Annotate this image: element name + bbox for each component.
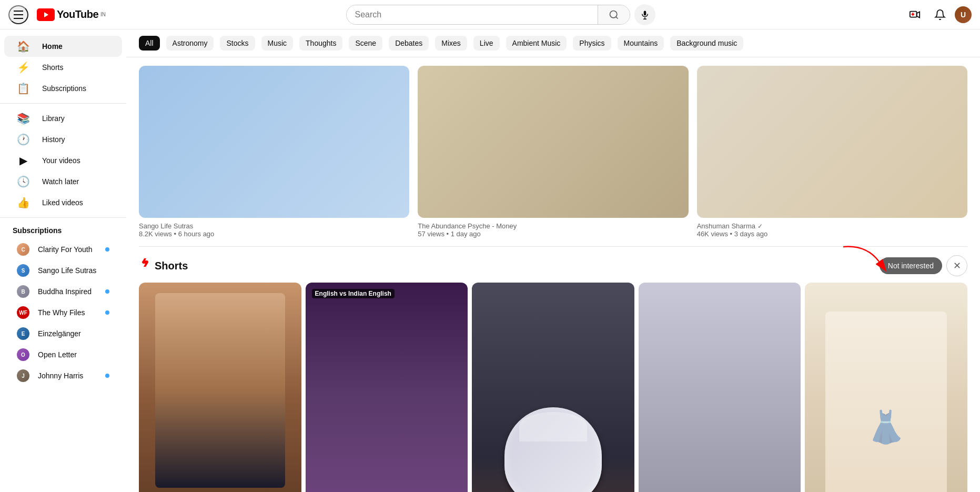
- category-pill-astronomy[interactable]: Astronomy: [166, 36, 214, 51]
- sidebar-item-buddha-inspired[interactable]: B Buddha Inspired: [4, 281, 122, 302]
- section-title: Shorts: [139, 258, 188, 273]
- sidebar-item-einzelganger[interactable]: E Einzelgänger: [4, 323, 122, 344]
- einzelganger-label: Einzelgänger: [38, 329, 81, 338]
- subscriptions-title: Subscriptions: [0, 222, 126, 239]
- short-thumb-4: The coworker who doesn't respect boundar…: [639, 283, 801, 492]
- category-bar: All Astronomy Stocks Music Thoughts Scen…: [126, 29, 980, 57]
- category-pill-mixes[interactable]: Mixes: [435, 36, 467, 51]
- buddha-inspired-avatar: B: [17, 285, 29, 298]
- library-icon: 📚: [17, 112, 29, 125]
- red-arrow: [841, 239, 883, 271]
- hamburger-button[interactable]: [8, 5, 28, 24]
- category-pill-all[interactable]: All: [139, 36, 160, 51]
- liked-videos-icon: 👍: [17, 196, 29, 209]
- open-letter-avatar: O: [17, 348, 29, 361]
- category-pill-live[interactable]: Live: [473, 36, 500, 51]
- sidebar-label-shorts: Shorts: [42, 63, 63, 72]
- johnny-harris-label: Johnny Harris: [38, 371, 83, 380]
- shorts-icon: ⚡: [17, 61, 29, 74]
- short-card-4[interactable]: The coworker who doesn't respect boundar…: [639, 283, 801, 492]
- short-thumb-1: BY: [139, 283, 301, 492]
- youtube-logo-icon: [37, 8, 55, 21]
- shorts-section-icon: [139, 258, 150, 273]
- main-content: All Astronomy Stocks Music Thoughts Scen…: [126, 29, 980, 492]
- prev-card-2: The Abundance Psyche - Money 57 views • …: [418, 66, 688, 238]
- sidebar-item-clarity-for-youth[interactable]: C Clarity For Youth: [4, 239, 122, 260]
- sidebar-item-watch-later[interactable]: 🕓 Watch later: [4, 171, 122, 192]
- sango-life-sutras-avatar: S: [17, 264, 29, 277]
- category-pill-background-music[interactable]: Background music: [670, 36, 743, 51]
- sidebar-item-liked-videos[interactable]: 👍 Liked videos: [4, 192, 122, 213]
- bell-icon: [934, 9, 946, 21]
- sidebar-item-history[interactable]: 🕐 History: [4, 129, 122, 150]
- home-icon: 🏠: [17, 40, 29, 53]
- svg-marker-8: [917, 12, 920, 17]
- category-pill-scene[interactable]: Scene: [349, 36, 382, 51]
- create-button[interactable]: [904, 4, 925, 25]
- sidebar: 🏠 Home ⚡ Shorts 📋 Subscriptions 📚 Librar…: [0, 29, 126, 492]
- sidebar-label-home: Home: [42, 42, 63, 51]
- prev-info-1: Sango Life Sutras 8.2K views • 6 hours a…: [139, 222, 409, 238]
- section-actions: Not interested ✕: [880, 255, 967, 276]
- sidebar-item-open-letter[interactable]: O Open Letter: [4, 344, 122, 365]
- logo[interactable]: YouTube IN: [37, 8, 106, 21]
- sidebar-item-shorts[interactable]: ⚡ Shorts: [4, 57, 122, 78]
- category-pill-debates[interactable]: Debates: [389, 36, 429, 51]
- einzelganger-avatar: E: [17, 327, 29, 340]
- content-area: Sango Life Sutras 8.2K views • 6 hours a…: [126, 57, 980, 492]
- prev-info-2: The Abundance Psyche - Money 57 views • …: [418, 222, 688, 238]
- clarity-for-youth-avatar: C: [17, 243, 29, 256]
- search-button[interactable]: [598, 5, 630, 24]
- sidebar-item-library[interactable]: 📚 Library: [4, 108, 122, 129]
- category-pill-thoughts[interactable]: Thoughts: [299, 36, 342, 51]
- short-card-2[interactable]: English vs Indian English I'm sleepy Ind…: [306, 283, 468, 492]
- buddha-inspired-dot: [105, 289, 109, 294]
- header-center: [135, 4, 866, 25]
- short-card-3[interactable]: Your water bottle is probably disgusting…: [472, 283, 634, 492]
- create-icon: [909, 9, 921, 21]
- sidebar-item-the-why-files[interactable]: WF The Why Files: [4, 302, 122, 323]
- sidebar-label-watch-later: Watch later: [42, 177, 79, 186]
- buddha-inspired-label: Buddha Inspired: [38, 287, 92, 296]
- header-right: U: [866, 4, 972, 25]
- category-pill-ambient-music[interactable]: Ambient Music: [506, 36, 567, 51]
- category-pill-mountains[interactable]: Mountains: [618, 36, 664, 51]
- prev-thumb-2: [418, 66, 688, 218]
- category-pill-music[interactable]: Music: [261, 36, 294, 51]
- sidebar-item-subscriptions[interactable]: 📋 Subscriptions: [4, 78, 122, 99]
- verified-checkmark: ✓: [757, 223, 763, 230]
- search-input[interactable]: [347, 6, 598, 24]
- previous-video-row: Sango Life Sutras 8.2K views • 6 hours a…: [139, 66, 967, 247]
- header-left: YouTube IN: [8, 5, 135, 24]
- prev-info-3: Anshuman Sharma ✓ 46K views • 3 days ago: [697, 222, 967, 238]
- notifications-button[interactable]: [930, 4, 951, 25]
- search-icon: [609, 9, 619, 20]
- prev-channel-2: The Abundance Psyche - Money: [418, 222, 688, 230]
- prev-channel-1: Sango Life Sutras: [139, 222, 409, 230]
- sidebar-label-history: History: [42, 135, 65, 144]
- category-pill-stocks[interactable]: Stocks: [220, 36, 255, 51]
- sidebar-item-sango-life-sutras[interactable]: S Sango Life Sutras: [4, 260, 122, 281]
- category-pill-physics[interactable]: Physics: [573, 36, 611, 51]
- sidebar-item-home[interactable]: 🏠 Home: [4, 36, 122, 57]
- short-card-1[interactable]: BY Defending your court case is not enou…: [139, 283, 301, 492]
- svg-rect-4: [643, 11, 646, 15]
- microphone-icon: [640, 10, 650, 19]
- sidebar-item-your-videos[interactable]: ▶ Your videos: [4, 150, 122, 171]
- sidebar-library-section: 📚 Library 🕐 History ▶ Your videos 🕓 Watc…: [0, 108, 126, 218]
- clarity-for-youth-label: Clarity For Youth: [38, 245, 93, 254]
- short-card-5[interactable]: 👗 William is coming back?!?! AND I LOOK …: [805, 283, 967, 492]
- microphone-button[interactable]: [634, 4, 655, 25]
- not-interested-button[interactable]: Not interested: [880, 257, 942, 274]
- johnny-harris-dot: [105, 374, 109, 378]
- prev-channel-3: Anshuman Sharma ✓: [697, 222, 967, 230]
- the-why-files-dot: [105, 310, 109, 315]
- user-avatar[interactable]: U: [955, 6, 972, 23]
- close-section-button[interactable]: ✕: [946, 255, 967, 276]
- watch-later-icon: 🕓: [17, 175, 29, 188]
- prev-meta-1: 8.2K views • 6 hours ago: [139, 230, 409, 238]
- subscriptions-icon: 📋: [17, 82, 29, 95]
- prev-meta-2: 57 views • 1 day ago: [418, 230, 688, 238]
- short-overlay-english: English vs Indian English: [312, 289, 395, 298]
- sidebar-item-johnny-harris[interactable]: J Johnny Harris: [4, 365, 122, 386]
